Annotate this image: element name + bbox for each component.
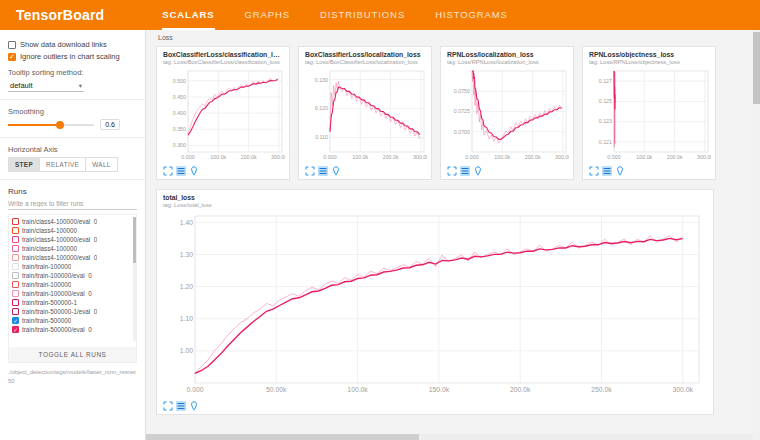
horizontal-scrollbar-thumb[interactable] (146, 434, 419, 440)
vertical-scrollbar-thumb[interactable] (753, 32, 760, 104)
run-checkbox[interactable] (12, 218, 19, 225)
fullscreen-icon[interactable] (589, 166, 599, 176)
y-tick-label: 0.127 (599, 78, 612, 84)
tooltip-sort-label: Tooltip sorting method: (8, 68, 137, 77)
run-item[interactable]: train/train-500000-1/eval_0 (12, 307, 133, 316)
chart-tag: tag: Loss/total_loss (163, 202, 707, 208)
pin-icon[interactable] (615, 166, 625, 176)
data-table-icon[interactable] (176, 401, 186, 411)
run-item[interactable]: train/train-500000-1 (12, 298, 133, 307)
run-checkbox[interactable] (12, 281, 19, 288)
runs-list: train/class4-100000/eval_0train/class4-1… (9, 215, 136, 347)
smoothing-slider[interactable] (8, 120, 94, 130)
tab-distributions[interactable]: DISTRIBUTIONS (320, 0, 405, 30)
run-checkbox[interactable]: ✓ (12, 326, 19, 333)
run-checkbox[interactable] (12, 236, 19, 243)
run-item[interactable]: train/train-100000 (12, 280, 133, 289)
vertical-scrollbar[interactable] (753, 30, 760, 440)
run-checkbox[interactable] (12, 308, 19, 315)
run-checkbox[interactable] (12, 245, 19, 252)
checkbox-checked-icon: ✓ (8, 53, 16, 61)
y-tick-label: 1.00 (180, 347, 193, 354)
horizontal-scrollbar[interactable] (146, 434, 753, 440)
data-table-icon[interactable] (318, 166, 328, 176)
run-label: train/train-500000/eval_0 (22, 326, 92, 333)
divider (0, 137, 145, 138)
checkbox-label: Show data download links (20, 40, 107, 49)
ignore-outliers-checkbox[interactable]: ✓ Ignore outliers in chart scaling (8, 52, 137, 61)
chart-card-box-localization-loss: BoxClassifierLoss/localization_loss tag:… (298, 46, 432, 180)
data-table-icon[interactable] (460, 166, 470, 176)
smoothing-value[interactable]: 0.6 (100, 119, 120, 130)
runs-filter-input[interactable] (8, 198, 137, 210)
category-header-loss[interactable]: Loss (158, 34, 750, 41)
run-item[interactable]: train/class4-100000 (12, 244, 133, 253)
run-checkbox[interactable] (12, 263, 19, 270)
axis-step-button[interactable]: STEP (8, 157, 40, 172)
tab-histograms[interactable]: HISTOGRAMS (435, 0, 508, 30)
fullscreen-icon[interactable] (447, 166, 457, 176)
run-checkbox[interactable] (12, 227, 19, 234)
chart-card-objectness-loss: RPNLoss/objectness_loss tag: Loss/RPNLos… (582, 46, 716, 180)
run-item[interactable]: train/train-100000 (12, 262, 133, 271)
runs-scrollbar[interactable] (133, 217, 136, 341)
run-checkbox[interactable] (12, 299, 19, 306)
x-tick-label: 300.0k (555, 154, 569, 160)
chart-toolbar (163, 401, 707, 411)
chart-plot: 0.3000.3500.4000.4500.5000.000100.0k200.… (163, 67, 285, 163)
tab-graphs[interactable]: GRAPHS (245, 0, 291, 30)
pin-icon[interactable] (473, 166, 483, 176)
fullscreen-icon[interactable] (305, 166, 315, 176)
run-item[interactable]: train/class4-100000/eval_0 (12, 253, 133, 262)
run-label: train/train-100000/eval_0 (22, 272, 92, 279)
y-tick-label: 0.120 (315, 105, 328, 111)
run-item[interactable]: ✓train/train-500000/eval_0 (12, 325, 133, 334)
chart-card-total-loss: total_loss tag: Loss/total_loss 1.001.10… (156, 189, 714, 415)
pin-icon[interactable] (189, 401, 199, 411)
chart-tag: tag: Loss/RPNLoss/objectness_loss (589, 59, 709, 65)
run-checkbox[interactable] (12, 272, 19, 279)
divider (0, 179, 145, 180)
slider-knob[interactable] (56, 121, 64, 129)
tab-scalars[interactable]: SCALARS (162, 0, 214, 30)
run-item[interactable]: train/class4-100000 (12, 226, 133, 235)
checkbox-unchecked-icon (8, 41, 16, 49)
chart-toolbar (163, 166, 283, 176)
axis-wall-button[interactable]: WALL (85, 157, 118, 172)
pin-icon[interactable] (331, 166, 341, 176)
x-tick-label: 100.0k (210, 154, 226, 160)
run-label: train/train-100000 (22, 281, 71, 288)
tooltip-sort-value: default (10, 81, 33, 90)
tooltip-sort-select[interactable]: default ▾ (8, 80, 84, 92)
data-table-icon[interactable] (602, 166, 612, 176)
pin-icon[interactable] (189, 166, 199, 176)
run-label: train/class4-100000/eval_0 (22, 254, 97, 261)
run-label: train/train-100000 (22, 263, 71, 270)
run-item[interactable]: ✓train/train-500000 (12, 316, 133, 325)
run-checkbox[interactable] (12, 254, 19, 261)
fullscreen-icon[interactable] (163, 401, 173, 411)
tensorboard-app: TensorBoard SCALARSGRAPHSDISTRIBUTIONSHI… (0, 0, 760, 440)
toggle-all-runs-button[interactable]: TOGGLE ALL RUNS (9, 347, 136, 362)
y-tick-label: 1.30 (180, 251, 193, 258)
chart-plot: 0.1210.1230.1250.1270.000100.0k200.0k300… (589, 67, 711, 163)
y-tick-label: 0.123 (599, 118, 612, 124)
x-tick-label: 100.0k (347, 386, 368, 393)
run-item[interactable]: train/class4-100000/eval_0 (12, 235, 133, 244)
runs-scrollbar-thumb[interactable] (133, 217, 136, 263)
run-item[interactable]: train/train-100000/eval_0 (12, 271, 133, 280)
run-checkbox[interactable]: ✓ (12, 317, 19, 324)
x-tick-label: 200.0k (241, 154, 257, 160)
fullscreen-icon[interactable] (163, 166, 173, 176)
logdir-path: ./object_detection/wgs/models/faster_rcn… (8, 368, 137, 385)
data-table-icon[interactable] (176, 166, 186, 176)
run-checkbox[interactable] (12, 290, 19, 297)
axis-relative-button[interactable]: RELATIVE (39, 157, 86, 172)
header: TensorBoard SCALARSGRAPHSDISTRIBUTIONSHI… (0, 0, 760, 30)
y-tick-label: 0.450 (173, 94, 186, 100)
run-item[interactable]: train/class4-100000/eval_0 (12, 217, 133, 226)
show-data-links-checkbox[interactable]: Show data download links (8, 40, 137, 49)
y-tick-label: 0.400 (173, 110, 186, 116)
run-item[interactable]: train/train-100000/eval_0 (12, 289, 133, 298)
y-tick-label: 0.300 (173, 142, 186, 148)
